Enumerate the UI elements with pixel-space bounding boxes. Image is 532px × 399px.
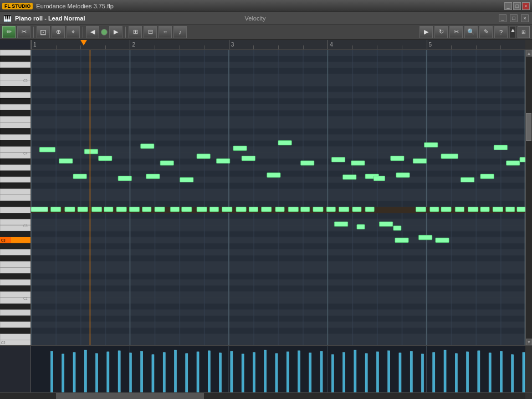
piano-roll-toolbar: ✏ ✂ ⊡ ⊕ ⌖ ◀ ▶ ⊞ ⊟ ≈ ♪ ▶ ↻ ✂ 🔍 ✎ ? ▲ ⊞ — [0, 24, 532, 40]
svg-rect-128 — [511, 355, 514, 392]
minimize-button[interactable]: _ — [504, 2, 512, 10]
note — [506, 207, 515, 211]
chord-button[interactable]: ♪ — [173, 26, 187, 38]
svg-rect-87 — [50, 351, 53, 392]
svg-rect-32 — [0, 207, 31, 213]
note — [461, 177, 474, 182]
note — [104, 207, 113, 211]
pr-full-expand[interactable]: ⊞ — [518, 26, 530, 38]
svg-rect-109 — [298, 351, 300, 392]
hscroll-stub — [0, 393, 31, 399]
note — [39, 147, 55, 152]
note — [493, 207, 503, 211]
svg-text:C2: C2 — [1, 340, 6, 345]
velocity-label[interactable]: Velocity — [245, 15, 266, 22]
svg-rect-5 — [0, 56, 31, 62]
note — [267, 173, 280, 177]
svg-rect-111 — [320, 351, 323, 392]
vel-scrollright — [525, 346, 532, 392]
scroll-thumb[interactable] — [526, 113, 531, 141]
strum-button[interactable]: ⊟ — [144, 26, 157, 38]
pr-maximize-button[interactable]: □ — [510, 14, 518, 22]
detuner-button[interactable]: ⌖ — [66, 26, 80, 38]
svg-rect-27 — [0, 183, 31, 189]
pr-scrollbar-up[interactable]: ▲ — [509, 26, 516, 38]
note — [424, 142, 438, 147]
pr-view-help[interactable]: ? — [494, 26, 508, 38]
svg-rect-42 — [0, 255, 31, 262]
note — [99, 156, 112, 160]
maximize-button[interactable]: □ — [513, 2, 521, 10]
svg-rect-110 — [309, 353, 311, 392]
svg-rect-14 — [0, 110, 31, 116]
note — [331, 157, 345, 162]
note — [182, 207, 192, 211]
note — [468, 207, 478, 211]
hscroll-thumb[interactable] — [56, 393, 204, 399]
note — [430, 207, 439, 211]
grid-svg — [31, 50, 525, 345]
note — [379, 222, 392, 226]
pr-view-scissors[interactable]: ✂ — [449, 26, 463, 38]
note — [301, 207, 310, 211]
zoom-tool-button[interactable]: ⊕ — [52, 26, 65, 38]
note — [480, 207, 489, 211]
note — [343, 175, 356, 179]
horizontal-scrollbar[interactable] — [0, 392, 532, 399]
note — [391, 156, 404, 160]
svg-rect-105 — [253, 352, 255, 392]
svg-rect-119 — [410, 351, 412, 392]
svg-rect-7 — [0, 68, 31, 74]
hscroll-track[interactable] — [31, 393, 525, 399]
svg-rect-88 — [62, 354, 64, 392]
pr-view-zoom[interactable]: 🔍 — [464, 26, 478, 38]
prev-btn[interactable]: ◀ — [86, 26, 99, 38]
note — [59, 158, 73, 163]
svg-rect-25 — [0, 171, 31, 177]
svg-rect-15 — [0, 116, 31, 122]
note — [436, 238, 449, 242]
sub-beat — [352, 45, 353, 49]
pr-close-button[interactable]: × — [521, 14, 529, 22]
content-row: /* rendered via JS below */ C5 — [0, 50, 532, 345]
note — [441, 154, 458, 158]
toolbar-separator — [33, 27, 34, 38]
scroll-down-button[interactable]: ▼ — [526, 339, 532, 345]
svg-rect-52 — [0, 310, 31, 316]
note — [242, 156, 255, 160]
note — [441, 207, 451, 211]
arpegg-button[interactable]: ≈ — [158, 26, 172, 38]
scroll-track[interactable] — [526, 57, 532, 339]
svg-rect-120 — [421, 354, 423, 392]
svg-rect-40 — [0, 243, 31, 249]
svg-rect-116 — [376, 352, 378, 392]
note — [374, 176, 385, 181]
note — [395, 238, 408, 242]
svg-text:C3: C3 — [1, 238, 6, 243]
note — [249, 207, 258, 211]
ruler-content: 1 2 3 4 5 — [31, 40, 525, 49]
piano-keyboard[interactable]: /* rendered via JS below */ C5 — [0, 50, 31, 345]
draw-tool-button[interactable]: ✏ — [2, 26, 16, 38]
select-tool-button[interactable]: ⊡ — [37, 26, 50, 38]
next-btn[interactable]: ▶ — [109, 26, 122, 38]
svg-rect-11 — [0, 92, 31, 98]
pr-view-edit[interactable]: ✎ — [479, 26, 493, 38]
sub-beat — [204, 45, 204, 49]
erase-tool-button[interactable]: ✂ — [17, 26, 30, 38]
vertical-scrollbar[interactable]: ▲ ▼ — [525, 50, 532, 345]
velocity-content[interactable] — [31, 346, 525, 392]
sub-beat — [377, 45, 377, 49]
note-grid[interactable] — [31, 50, 525, 345]
pr-view-loop[interactable]: ↻ — [434, 26, 448, 38]
quantize-button[interactable]: ⊞ — [129, 26, 142, 38]
note — [50, 207, 60, 211]
pr-minimize-button[interactable]: _ — [499, 14, 507, 22]
pr-view-play[interactable]: ▶ — [420, 26, 433, 38]
svg-rect-45 — [0, 267, 31, 273]
scroll-up-button[interactable]: ▲ — [526, 50, 532, 57]
note — [301, 161, 314, 165]
piano-roll-header: 🎹 Piano roll - Lead Normal Velocity _ □ … — [0, 12, 532, 24]
close-button[interactable]: × — [522, 2, 530, 10]
note — [262, 207, 272, 211]
